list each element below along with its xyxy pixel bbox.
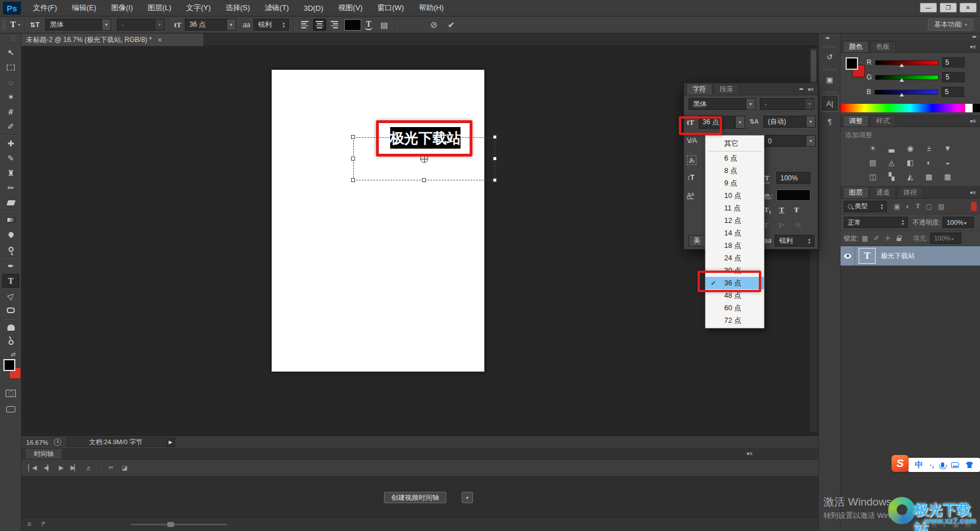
split-clip-icon[interactable] <box>108 464 113 471</box>
filter-shape-layers-icon[interactable] <box>926 203 932 210</box>
menu-view[interactable]: 视图(V) <box>331 0 370 16</box>
collapse-dock-icon[interactable] <box>825 35 829 40</box>
filter-smart-object-icon[interactable] <box>938 203 944 210</box>
minimize-button[interactable]: — <box>920 3 937 12</box>
tab-adjustments[interactable]: 调整 <box>843 115 869 127</box>
foreground-color-chip[interactable] <box>846 57 858 70</box>
hue-saturation-icon[interactable] <box>886 158 897 167</box>
tab-layers[interactable]: 图层 <box>843 187 869 198</box>
zoom-tool[interactable] <box>2 335 19 349</box>
rectangular-marquee-tool[interactable] <box>2 61 19 74</box>
green-slider[interactable] <box>875 75 939 80</box>
status-options-arrow-icon[interactable] <box>166 437 175 447</box>
color-balance-icon[interactable] <box>867 158 878 167</box>
superscript-button[interactable]: T₁ <box>764 205 771 214</box>
properties-panel-icon[interactable] <box>822 72 838 87</box>
leading-select[interactable]: (自动) <box>763 116 816 128</box>
menu-help[interactable]: 帮助(H) <box>411 0 451 16</box>
dropdown-arrow-icon[interactable] <box>226 19 235 30</box>
brightness-contrast-icon[interactable] <box>867 144 878 153</box>
pen-tool[interactable] <box>2 259 19 273</box>
menu-layer[interactable]: 图层(L) <box>140 0 179 16</box>
brush-tool[interactable] <box>2 151 19 165</box>
transition-icon[interactable] <box>121 464 127 471</box>
char-size-dropdown-arrow[interactable] <box>735 116 745 129</box>
magic-wand-tool[interactable] <box>2 90 19 104</box>
character-panel-menu-icon[interactable] <box>808 86 814 92</box>
layer-thumbnail[interactable]: T <box>859 248 876 264</box>
selective-color-icon[interactable] <box>942 172 953 181</box>
black-white-icon[interactable] <box>905 158 916 167</box>
create-timeline-dropdown-icon[interactable] <box>462 492 473 503</box>
tab-paragraph[interactable]: 段落 <box>713 83 740 95</box>
transform-handle[interactable] <box>351 178 355 182</box>
document-tab[interactable]: 未标题-2 @ 16.7% (极光下载站, RGB/8) * ✕ <box>22 33 204 46</box>
green-value-field[interactable]: 5 <box>942 72 965 82</box>
size-option[interactable]: 48 点 <box>706 289 764 302</box>
strikethrough-button[interactable]: Ŧ <box>794 205 799 214</box>
language-select[interactable]: 美 <box>688 235 706 247</box>
eyedropper-tool[interactable] <box>2 120 19 133</box>
levels-icon[interactable] <box>886 144 897 153</box>
size-option-other[interactable]: 其它 <box>706 137 764 150</box>
size-option[interactable]: 11 点 <box>706 202 764 214</box>
blur-tool[interactable] <box>2 227 19 241</box>
maximize-button[interactable]: ❐ <box>940 3 957 12</box>
size-option[interactable]: 9 点 <box>706 177 764 189</box>
char-font-size-field[interactable]: 36 点 <box>699 116 735 129</box>
shape-tool[interactable] <box>2 304 19 317</box>
expand-dock-icon[interactable] <box>973 34 976 39</box>
size-option[interactable]: 24 点 <box>706 252 764 264</box>
dropdown-arrow-icon[interactable] <box>102 19 111 30</box>
blue-slider-thumb[interactable] <box>899 93 904 96</box>
gradient-map-icon[interactable] <box>923 172 935 181</box>
tab-swatches[interactable]: 色板 <box>870 41 896 52</box>
ime-mode-button[interactable]: 中 <box>915 460 923 470</box>
adjustments-panel-menu-icon[interactable] <box>970 118 976 124</box>
cancel-edits-button[interactable]: ⊘ <box>430 20 438 30</box>
lock-move-icon[interactable] <box>885 234 891 242</box>
transform-handle[interactable] <box>351 135 355 139</box>
warp-text-icon[interactable]: T <box>365 20 372 30</box>
color-panel-menu-icon[interactable] <box>970 44 976 50</box>
screen-mode-button[interactable] <box>2 402 19 416</box>
transform-handle[interactable] <box>493 178 497 182</box>
tab-character[interactable]: 字符 <box>686 83 712 95</box>
size-option[interactable]: 12 点 <box>706 214 764 227</box>
char-font-family-select[interactable]: 黑体 <box>688 98 755 110</box>
layer-filter-select[interactable]: 类型 <box>844 201 887 212</box>
vibrance-icon[interactable] <box>942 144 953 153</box>
spot-healing-brush-tool[interactable] <box>2 137 19 150</box>
selected-text[interactable]: 极光下载站 <box>390 127 461 149</box>
lasso-tool[interactable] <box>2 75 19 89</box>
toolbar-grip[interactable] <box>11 35 15 41</box>
microphone-icon[interactable] <box>941 462 944 467</box>
posterize-icon[interactable] <box>886 172 897 181</box>
blue-value-field[interactable]: 5 <box>941 87 964 97</box>
font-family-select[interactable]: 黑体 <box>45 19 111 31</box>
timeline-frames-icon[interactable] <box>27 520 31 528</box>
play-button[interactable] <box>59 464 62 471</box>
paragraph-panel-icon[interactable] <box>822 114 838 129</box>
crop-tool[interactable] <box>2 105 19 119</box>
timeline-zoom-slider[interactable] <box>131 524 227 525</box>
size-option[interactable]: 72 点 <box>706 314 764 327</box>
blend-mode-select[interactable]: 正常 <box>844 217 908 228</box>
filter-type-layers-icon[interactable] <box>916 202 920 210</box>
document-size-field[interactable]: 文档:24.9M/0 字节 <box>67 437 164 447</box>
timeline-arrow-icon[interactable] <box>40 520 46 528</box>
size-option[interactable]: 10 点 <box>706 189 764 202</box>
workspace-switcher-button[interactable]: 基本功能▾ <box>928 19 973 31</box>
lock-all-icon[interactable] <box>897 238 901 241</box>
size-option[interactable]: 8 点 <box>706 165 764 177</box>
close-button[interactable]: ✕ <box>960 3 977 12</box>
menu-image[interactable]: 图像(I) <box>104 0 140 16</box>
char-color-swatch[interactable] <box>776 189 810 201</box>
first-frame-button[interactable] <box>28 464 36 471</box>
commit-edits-button[interactable]: ✔ <box>447 20 455 30</box>
history-brush-tool[interactable] <box>2 181 19 195</box>
char-anti-alias-select[interactable]: 锐利 <box>775 235 814 247</box>
filter-pixel-layers-icon[interactable] <box>894 203 900 210</box>
timeline-menu-icon[interactable] <box>746 450 753 457</box>
layer-name[interactable]: 极光下载站 <box>881 251 915 261</box>
